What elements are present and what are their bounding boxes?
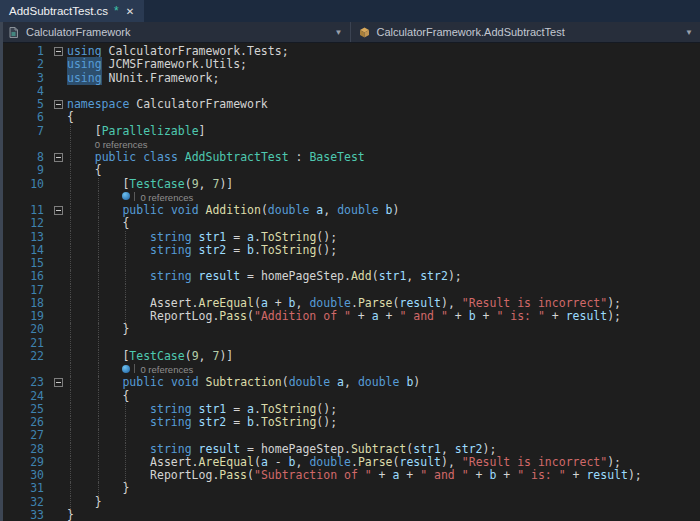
line-number[interactable]: 28: [0, 443, 50, 456]
code-token: [67, 243, 150, 257]
codelens-row: 0 references: [0, 363, 700, 376]
code-text[interactable]: {: [67, 111, 700, 124]
line-number[interactable]: 32: [0, 496, 50, 509]
code-token: .: [351, 296, 358, 310]
line-number[interactable]: 29: [0, 456, 50, 469]
tab-addsubtracttest[interactable]: AddSubtractTest.cs * ✕: [0, 0, 144, 22]
line-number[interactable]: 21: [0, 337, 50, 350]
line-number[interactable]: 13: [0, 231, 50, 244]
code-text[interactable]: [Parallelizable]: [67, 125, 700, 138]
breadcrumb-type-dropdown[interactable]: CalculatorFramework.AddSubtractTest ▼: [350, 22, 700, 42]
references-link[interactable]: 0 references: [95, 139, 148, 150]
code-text[interactable]: [TestCase(9, 7)]: [67, 178, 700, 191]
test-status-icon[interactable]: [122, 365, 130, 373]
code-text[interactable]: string str1 = a.ToString();: [67, 231, 700, 244]
code-text[interactable]: ReportLog.Pass("Subtraction of " + a + "…: [67, 469, 700, 482]
line-number[interactable]: 3: [0, 72, 50, 85]
line-number[interactable]: 27: [0, 429, 50, 442]
line-number[interactable]: 26: [0, 416, 50, 429]
fold-collapse-toggle[interactable]: [50, 98, 67, 111]
code-text[interactable]: [67, 257, 700, 270]
code-text[interactable]: string str2 = b.ToString();: [67, 416, 700, 429]
collapse-minus-icon[interactable]: [54, 47, 63, 56]
code-text[interactable]: }: [67, 509, 700, 521]
code-text[interactable]: public void Subtraction(double a, double…: [67, 376, 700, 389]
code-text[interactable]: string result = homePageStep.Subtract(st…: [67, 443, 700, 456]
line-number[interactable]: 30: [0, 469, 50, 482]
line-number[interactable]: 33: [0, 509, 50, 521]
code-text[interactable]: string str1 = a.ToString();: [67, 403, 700, 416]
line-number[interactable]: 31: [0, 482, 50, 495]
fold-collapse-toggle[interactable]: [50, 45, 67, 58]
code-token: }: [67, 508, 74, 521]
line-number[interactable]: 15: [0, 257, 50, 270]
fold-collapse-toggle[interactable]: [50, 204, 67, 217]
indent-guide: [98, 482, 99, 495]
line-number[interactable]: 5: [0, 98, 50, 111]
line-number[interactable]: 9: [0, 164, 50, 177]
collapse-minus-icon[interactable]: [54, 378, 63, 387]
code-text[interactable]: public void Addition(double a, double b): [67, 204, 700, 217]
code-text[interactable]: }: [67, 496, 700, 509]
codelens-info[interactable]: 0 references: [67, 363, 700, 376]
collapse-minus-icon[interactable]: [54, 100, 63, 109]
line-number[interactable]: 18: [0, 297, 50, 310]
code-text[interactable]: [67, 284, 700, 297]
codelens-info[interactable]: 0 references: [67, 138, 700, 151]
line-number[interactable]: 11: [0, 204, 50, 217]
codelens-info[interactable]: 0 references: [67, 191, 700, 204]
line-number[interactable]: 23: [0, 376, 50, 389]
code-text[interactable]: string result = homePageStep.Add(str1, s…: [67, 270, 700, 283]
line-number[interactable]: 17: [0, 284, 50, 297]
code-text[interactable]: {: [67, 164, 700, 177]
code-text[interactable]: string str2 = b.ToString();: [67, 244, 700, 257]
code-token: +: [496, 468, 517, 482]
close-icon[interactable]: ✕: [125, 6, 135, 17]
code-text[interactable]: [67, 85, 700, 98]
fold-collapse-toggle[interactable]: [50, 151, 67, 164]
line-number[interactable]: 6: [0, 111, 50, 124]
indent-guide: [70, 125, 71, 138]
code-text[interactable]: }: [67, 482, 700, 495]
code-token: [67, 402, 150, 416]
code-text[interactable]: {: [67, 217, 700, 230]
line-number[interactable]: 10: [0, 178, 50, 191]
line-number[interactable]: 22: [0, 350, 50, 363]
code-text[interactable]: Assert.AreEqual(a + b, double.Parse(resu…: [67, 297, 700, 310]
code-text[interactable]: Assert.AreEqual(a - b, double.Parse(resu…: [67, 456, 700, 469]
indent-guide: [70, 297, 71, 310]
line-number[interactable]: 2: [0, 58, 50, 71]
line-number[interactable]: 14: [0, 244, 50, 257]
line-number[interactable]: 24: [0, 390, 50, 403]
breadcrumb-project-dropdown[interactable]: CalculatorFramework ▼: [0, 22, 350, 42]
code-text[interactable]: ReportLog.Pass("Addition of " + a + " an…: [67, 310, 700, 323]
navigation-bar: CalculatorFramework ▼ CalculatorFramewor…: [0, 22, 700, 43]
line-number[interactable]: 1: [0, 45, 50, 58]
code-text[interactable]: using JCMSFramework.Utils;: [67, 58, 700, 71]
line-number[interactable]: 4: [0, 85, 50, 98]
code-text[interactable]: public class AddSubtractTest : BaseTest: [67, 151, 700, 164]
line-number[interactable]: 7: [0, 125, 50, 138]
project-icon: [7, 26, 20, 39]
references-link[interactable]: 0 references: [140, 364, 193, 375]
fold-collapse-toggle[interactable]: [50, 376, 67, 389]
code-text[interactable]: [67, 337, 700, 350]
line-number[interactable]: 16: [0, 270, 50, 283]
collapse-minus-icon[interactable]: [54, 153, 63, 162]
code-text[interactable]: [TestCase(9, 7)]: [67, 350, 700, 363]
test-status-icon[interactable]: [122, 192, 130, 200]
references-link[interactable]: 0 references: [140, 192, 193, 203]
code-token: ,: [344, 375, 358, 389]
line-number[interactable]: 12: [0, 217, 50, 230]
code-text[interactable]: }: [67, 323, 700, 336]
code-text[interactable]: using NUnit.Framework;: [67, 72, 700, 85]
code-text[interactable]: [67, 429, 700, 442]
code-text[interactable]: using CalculatorFramework.Tests;: [67, 45, 700, 58]
line-number[interactable]: 19: [0, 310, 50, 323]
line-number[interactable]: 25: [0, 403, 50, 416]
line-number[interactable]: 8: [0, 151, 50, 164]
collapse-minus-icon[interactable]: [54, 206, 63, 215]
code-text[interactable]: namespace CalculatorFramework: [67, 98, 700, 111]
code-text[interactable]: {: [67, 390, 700, 403]
line-number[interactable]: 20: [0, 323, 50, 336]
